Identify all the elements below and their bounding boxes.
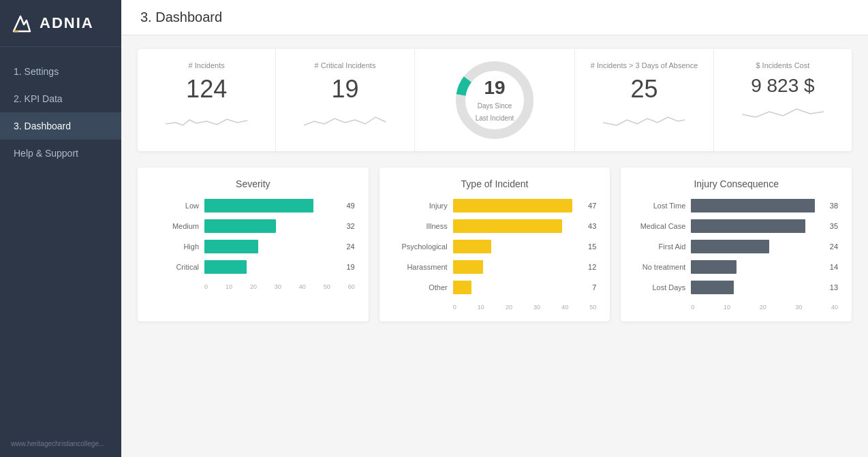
kpi-critical-value: 19 [331, 75, 358, 104]
severity-bar-low-fill [204, 199, 338, 212]
kpi-donut: 19 Days Since Last Incident [415, 49, 576, 151]
severity-label-medium: Medium [151, 222, 199, 230]
donut-center: 19 Days Since Last Incident [473, 77, 517, 123]
kpi-absence-label: # Incidents > 3 Days of Absence [591, 61, 698, 69]
dashboard-content: # Incidents 124 # Critical Incidents 19 [121, 35, 868, 457]
nav-kpi[interactable]: 2. KPI Data [0, 85, 121, 112]
severity-val-critical: 19 [346, 263, 354, 271]
kpi-cost-value: 9 823 $ [751, 75, 814, 97]
severity-fill-critical [204, 260, 247, 274]
nav-items: 1. Settings 2. KPI Data 3. Dashboard Hel… [0, 47, 121, 430]
severity-bar-critical: Critical 19 [151, 260, 355, 274]
kpi-absence: # Incidents > 3 Days of Absence 25 [575, 49, 713, 151]
type-val-psych: 15 [588, 242, 596, 251]
consequence-bars: Lost Time 38 Medical Case 35 [634, 199, 838, 311]
severity-fill-medium [204, 219, 276, 233]
kpi-cost-sparkline [728, 104, 838, 124]
consequence-label-medcase: Medical Case [634, 222, 685, 230]
donut-label: Days Since Last Incident [476, 102, 514, 122]
kpi-cost: $ Incidents Cost 9 823 $ [714, 49, 852, 151]
consequence-bar-firstaid: First Aid 24 [634, 240, 838, 253]
type-bar-psych: Psychological 15 [393, 240, 597, 253]
severity-bar-low: Low 49 [151, 199, 355, 212]
consequence-val-lostdays: 13 [830, 283, 838, 291]
type-val-injury: 47 [588, 202, 596, 210]
logo-area: ADNIA [0, 0, 121, 47]
consequence-label-losttime: Lost Time [634, 202, 685, 210]
consequence-val-medcase: 35 [830, 222, 838, 230]
kpi-critical: # Critical Incidents 19 [276, 49, 414, 151]
nav-settings[interactable]: 1. Settings [0, 58, 121, 85]
type-val-other: 7 [592, 283, 596, 291]
consequence-bar-medcase: Medical Case 35 [634, 219, 838, 233]
consequence-val-firstaid: 24 [830, 242, 838, 251]
type-fill-psych [453, 240, 491, 253]
kpi-incidents-label: # Incidents [189, 61, 225, 69]
type-bar-other: Other 7 [393, 281, 597, 294]
type-bars: Injury 47 Illness 43 Psy [393, 199, 597, 311]
type-val-illness: 43 [588, 222, 596, 230]
type-bar-illness: Illness 43 [393, 219, 597, 233]
consequence-fill-notreatment [691, 260, 737, 274]
type-label-harassment: Harassment [393, 263, 448, 271]
type-axis: 0 10 20 30 40 50 [393, 304, 597, 311]
consequence-bar-notreatment: No treatment 14 [634, 260, 838, 274]
nav-help[interactable]: Help & Support [0, 140, 121, 167]
donut-chart: 19 Days Since Last Incident [450, 56, 539, 144]
type-bar-injury: Injury 47 [393, 199, 597, 212]
type-label-psych: Psychological [393, 242, 448, 251]
main-content: 3. Dashboard # Incidents 124 # Critical … [121, 0, 868, 457]
consequence-title: Injury Consequence [634, 178, 838, 189]
consequence-bar-losttime: Lost Time 38 [634, 199, 838, 212]
consequence-label-firstaid: First Aid [634, 242, 685, 251]
kpi-row: # Incidents 124 # Critical Incidents 19 [138, 49, 852, 151]
sidebar: ADNIA 1. Settings 2. KPI Data 3. Dashboa… [0, 0, 121, 457]
severity-bars: Low 49 Medium 32 High [151, 199, 355, 290]
logo-icon [11, 12, 33, 34]
consequence-axis: 0 10 20 30 40 [634, 304, 838, 311]
severity-axis: 0 10 20 30 40 50 60 [151, 283, 355, 290]
consequence-chart: Injury Consequence Lost Time 38 Medical … [621, 168, 852, 321]
kpi-incidents-sparkline [151, 110, 262, 131]
charts-row: Severity Low 49 Medium 32 [138, 168, 852, 321]
consequence-label-lostdays: Lost Days [634, 283, 685, 291]
kpi-incidents-value: 124 [186, 75, 227, 104]
logo-text: ADNIA [40, 14, 94, 32]
kpi-incidents: # Incidents 124 [138, 49, 276, 151]
severity-bar-medium: Medium 32 [151, 219, 355, 233]
severity-val-high: 24 [346, 242, 354, 251]
consequence-val-losttime: 38 [830, 202, 838, 210]
severity-bar-high-fill [204, 240, 338, 253]
type-fill-other [453, 281, 471, 294]
consequence-val-notreatment: 14 [830, 263, 838, 271]
nav-dashboard[interactable]: 3. Dashboard [0, 112, 121, 140]
type-val-harassment: 12 [588, 263, 596, 271]
severity-chart: Severity Low 49 Medium 32 [138, 168, 369, 321]
severity-bar-critical-fill [204, 260, 338, 274]
severity-val-low: 49 [346, 202, 354, 210]
kpi-cost-label: $ Incidents Cost [756, 61, 809, 69]
severity-label-critical: Critical [151, 263, 199, 271]
severity-bar-medium-fill [204, 219, 338, 233]
type-fill-illness [453, 219, 562, 233]
page-header: 3. Dashboard [121, 0, 868, 35]
consequence-fill-lostdays [691, 281, 733, 294]
type-label-injury: Injury [393, 202, 448, 210]
kpi-critical-sparkline [290, 110, 400, 131]
severity-fill-low [204, 199, 313, 212]
severity-bar-high: High 24 [151, 240, 355, 253]
severity-title: Severity [151, 178, 355, 189]
consequence-fill-losttime [691, 199, 815, 212]
type-fill-injury [453, 199, 572, 212]
consequence-fill-medcase [691, 219, 805, 233]
type-chart: Type of Incident Injury 47 Illness [379, 168, 610, 321]
kpi-critical-label: # Critical Incidents [315, 61, 376, 69]
kpi-absence-sparkline [589, 110, 699, 131]
type-bar-harassment: Harassment 12 [393, 260, 597, 274]
severity-fill-high [204, 240, 258, 253]
page-title: 3. Dashboard [140, 10, 222, 25]
severity-label-high: High [151, 242, 199, 251]
donut-value: 19 [473, 77, 517, 99]
consequence-bar-lostdays: Lost Days 13 [634, 281, 838, 294]
severity-label-low: Low [151, 202, 199, 210]
